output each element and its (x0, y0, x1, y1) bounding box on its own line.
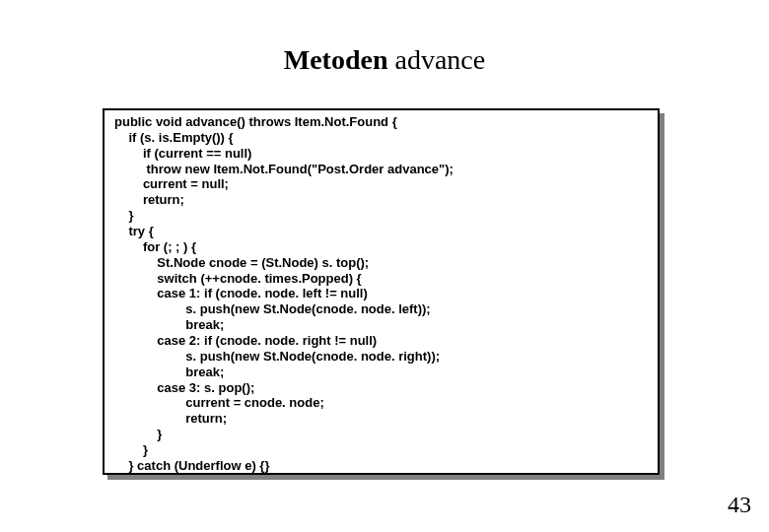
title-normal: advance (388, 44, 486, 75)
code-box: public void advance() throws Item.Not.Fo… (103, 108, 660, 475)
code-content: public void advance() throws Item.Not.Fo… (114, 114, 454, 475)
page-number: 43 (728, 492, 751, 518)
slide-title: Metoden advance (0, 0, 769, 96)
slide: Metoden advance public void advance() th… (0, 0, 769, 532)
title-bold: Metoden (284, 44, 388, 75)
